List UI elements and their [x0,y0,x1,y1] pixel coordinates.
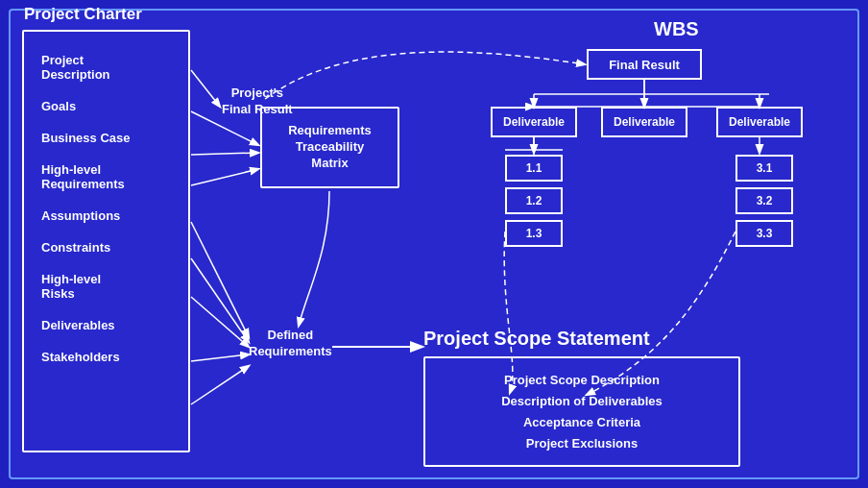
charter-item-risks: High-levelRisks [41,272,179,301]
scope-item-3: Acceptance Criteria [523,415,640,429]
wbs-deliverable-2: Deliverable [601,107,687,137]
wbs-deliverable-3: Deliverable [716,107,803,137]
wbs-final-result-text: Final Result [609,58,680,72]
charter-item-stakeholders: Stakeholders [41,350,179,364]
wbs-deliverable-2-text: Deliverable [614,115,675,129]
svg-line-0 [191,70,220,107]
wbs-sub-3-3: 3.3 [735,220,793,247]
charter-box: Project Charter ProjectDescription Goals… [22,30,190,452]
scope-item-2: Description of Deliverables [501,394,663,408]
wbs-sub-3-1: 3.1 [735,155,793,182]
charter-item-project-description: ProjectDescription [41,53,179,82]
rtm-text: RequirementsTraceabilityMatrix [288,123,372,172]
svg-line-7 [191,354,249,361]
svg-line-4 [191,222,249,337]
charter-title: Project Charter [24,5,142,24]
svg-line-5 [191,258,249,342]
charter-item-deliverables: Deliverables [41,318,179,332]
scope-item-4: Project Exclusions [526,436,638,451]
scope-item-1: Project Scope Description [504,373,660,387]
svg-line-3 [191,169,258,185]
rtm-box: RequirementsTraceabilityMatrix [260,107,399,188]
wbs-final-result-box: Final Result [587,49,702,80]
scope-box: Project Scope Description Description of… [423,356,740,467]
wbs-title: WBS [654,18,699,40]
charter-items: ProjectDescription Goals Business Case H… [24,32,188,374]
charter-item-business-case: Business Case [41,131,179,145]
svg-line-8 [191,366,249,404]
wbs-sub-1-2: 1.2 [505,187,563,214]
wbs-sub-3-2: 3.2 [735,187,793,214]
wbs-sub-group-1: 1.1 1.2 1.3 [505,155,563,247]
wbs-sub-group-3: 3.1 3.2 3.3 [735,155,793,247]
defined-requirements: DefinedRequirements [249,328,332,360]
charter-item-assumptions: Assumptions [41,208,179,223]
wbs-deliverable-1-text: Deliverable [503,115,565,129]
wbs-deliverable-1: Deliverable [491,107,577,137]
scope-title: Project Scope Statement [423,328,650,350]
charter-item-constraints: Constraints [41,240,179,255]
svg-line-6 [191,297,249,347]
wbs-sub-1-1: 1.1 [505,155,563,182]
charter-item-goals: Goals [41,99,179,113]
charter-item-highlevel-req: High-levelRequirements [41,162,179,191]
svg-line-2 [191,153,258,155]
wbs-deliverable-3-text: Deliverable [729,115,790,129]
main-container: Project Charter ProjectDescription Goals… [9,9,859,479]
wbs-sub-1-3: 1.3 [505,220,563,247]
